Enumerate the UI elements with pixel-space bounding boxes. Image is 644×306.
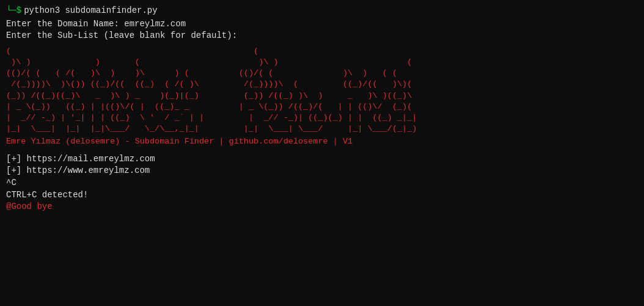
domain-prompt: Enter the Domain Name: emreylmz.com [6, 18, 638, 31]
ctrl-c-line: ^C [6, 177, 638, 189]
result-line-1: [+] https://mail.emreylmz.com [6, 153, 638, 166]
ascii-line-4: /(_))))\ )\()) ((_)/(( ((_) ( /( )\ /(_)… [6, 79, 638, 90]
terminal-window: └─$ python3 subdomainfinder.py Enter the… [6, 5, 638, 213]
goodbye-line: @Good bye [6, 201, 638, 213]
prompt-symbol: └─$ [6, 5, 21, 17]
command-text: python3 subdomainfinder.py [24, 5, 157, 17]
ascii-line-7: | _// -_) | '_| | | ((_) \ ' / _` | | | … [6, 112, 638, 123]
sublist-prompt: Enter the Sub-List (leave blank for defa… [6, 30, 638, 42]
ascii-art: ( ( )\ ) ) ( )\ ) ( (()/( ( ( /( )\ ) )\… [6, 46, 638, 135]
ascii-line-3: (()/( ( ( /( )\ ) )\ ) ( (()/( ( )\ ) ( … [6, 68, 638, 79]
result-line-2: [+] https://www.emreylmz.com [6, 165, 638, 177]
command-line: └─$ python3 subdomainfinder.py [6, 5, 638, 17]
ascii-line-1: ( ( [6, 46, 638, 57]
ascii-line-5: (_)) /((_)((_)\ _ )\ ) _ )(_)|(_) (_)) /… [6, 90, 638, 101]
ascii-line-8: |_| \___| |_| |_|\___/ \_/\__,_|_| |_| \… [6, 123, 638, 134]
ascii-line-2: )\ ) ) ( )\ ) ( [6, 57, 638, 68]
ctrlc-detected-line: CTRL+C detected! [6, 189, 638, 202]
results-block: [+] https://mail.emreylmz.com [+] https:… [6, 153, 638, 177]
attribution-line: Emre Yılmaz (delosemre) - Subdomain Find… [6, 136, 638, 147]
ascii-line-6: | _ \(_)) ((_) | |(()\/( | ((_)_ _ | _ \… [6, 101, 638, 112]
